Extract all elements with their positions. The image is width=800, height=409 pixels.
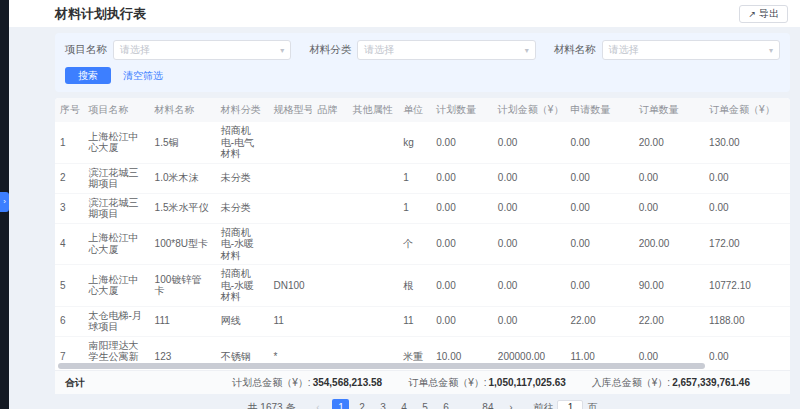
project-name-label: 项目名称	[65, 43, 107, 57]
table-cell: 0.00	[493, 193, 566, 223]
table-cell	[348, 122, 399, 163]
column-header: 品牌	[312, 98, 347, 122]
table-row: 3滨江花城三期项目1.5米水平仪未分类10.000.000.000.000.00	[55, 193, 790, 223]
table-cell: 0.00	[634, 163, 704, 193]
project-name-select[interactable]: 请选择 ▾	[113, 40, 291, 60]
page-button[interactable]: 1	[332, 399, 349, 409]
table-cell: 0.00	[634, 193, 704, 223]
page-button[interactable]: 2	[353, 399, 370, 409]
table-cell: kg	[398, 122, 431, 163]
table-cell	[348, 265, 399, 307]
material-category-placeholder: 请选择	[364, 43, 394, 57]
chevron-down-icon: ▾	[769, 46, 773, 55]
column-header: 申请数量	[565, 98, 633, 122]
table-cell: 1188.00	[704, 306, 790, 336]
table-cell: 22.00	[565, 306, 633, 336]
clear-filters-button[interactable]: 清空筛选	[123, 69, 163, 83]
table-cell: 0.00	[431, 306, 493, 336]
next-page-button[interactable]: ›	[502, 399, 519, 409]
table-cell: 0.00	[565, 163, 633, 193]
table-cell	[348, 193, 399, 223]
inbound-total-label: 入库总金额（¥）:	[592, 377, 670, 388]
materials-table: 序号项目名称材料名称材料分类规格型号品牌其他属性单位计划数量计划金额（¥）申请数…	[55, 98, 790, 362]
table-cell: 0.00	[634, 336, 704, 362]
column-header: 材料分类	[216, 98, 269, 122]
table-cell: 上海松江中心大厦	[84, 122, 150, 163]
page-list: 123456...84	[330, 399, 498, 409]
materials-table-card: 序号项目名称材料名称材料分类规格型号品牌其他属性单位计划数量计划金额（¥）申请数…	[55, 98, 790, 394]
filter-panel: 项目名称 请选择 ▾ 材料分类 请选择 ▾ 材料名称 请选	[55, 33, 790, 92]
table-row: 6太仓电梯-月球项目111网线11110.000.0022.0022.00118…	[55, 306, 790, 336]
page-button[interactable]: 5	[416, 399, 433, 409]
column-header: 订单金额（¥）	[704, 98, 790, 122]
table-cell: 172.00	[704, 223, 790, 265]
inbound-total: 入库总金额（¥）:2,657,339,761.46	[592, 376, 750, 390]
table-cell: DN100	[268, 265, 312, 307]
order-total: 订单总金额（¥）:1,050,117,025.63	[408, 376, 566, 390]
table-cell: 20.00	[634, 122, 704, 163]
page-title: 材料计划执行表	[55, 5, 146, 23]
table-cell: 7	[55, 336, 84, 362]
table-cell: 123	[150, 336, 216, 362]
table-cell: 22.00	[634, 306, 704, 336]
column-header: 项目名称	[84, 98, 150, 122]
search-button[interactable]: 搜索	[65, 67, 111, 84]
table-cell: 0.00	[493, 122, 566, 163]
filter-material-name: 材料名称 请选择 ▾	[554, 40, 780, 60]
page-button[interactable]: 3	[374, 399, 391, 409]
project-name-placeholder: 请选择	[120, 43, 150, 57]
table-cell: 90.00	[634, 265, 704, 307]
table-cell: 0.00	[565, 122, 633, 163]
table-body: 1上海松江中心大厦1.5铜招商机电-电气材料kg0.000.000.0020.0…	[55, 122, 790, 362]
order-total-label: 订单总金额（¥）:	[408, 377, 486, 388]
page-button[interactable]: 6	[437, 399, 454, 409]
column-header: 计划金额（¥）	[493, 98, 566, 122]
table-cell: 4	[55, 223, 84, 265]
table-row: 4上海松江中心大厦100*8U型卡招商机电-水暖材料个0.000.000.002…	[55, 223, 790, 265]
table-cell: 南阳理达大学生公寓新建	[84, 336, 150, 362]
column-header: 材料名称	[150, 98, 216, 122]
table-cell: 11	[398, 306, 431, 336]
chevron-down-icon: ▾	[280, 46, 284, 55]
inbound-total-value: 2,657,339,761.46	[672, 377, 750, 388]
table-cell	[312, 122, 347, 163]
table-cell: 招商机电-水暖材料	[216, 223, 269, 265]
table-cell: 10772.10	[704, 265, 790, 307]
table-scroll-area[interactable]: 序号项目名称材料名称材料分类规格型号品牌其他属性单位计划数量计划金额（¥）申请数…	[55, 98, 790, 362]
column-header: 其他属性	[348, 98, 399, 122]
page-button[interactable]: 84	[479, 399, 496, 409]
table-cell: 0.00	[565, 193, 633, 223]
table-cell: 上海松江中心大厦	[84, 265, 150, 307]
table-cell: 0.00	[431, 265, 493, 307]
table-cell: 0.00	[493, 306, 566, 336]
page-jump-input[interactable]	[557, 400, 583, 409]
table-cell	[348, 223, 399, 265]
planned-total: 计划总金额（¥）:354,568,213.58	[232, 376, 382, 390]
table-cell: 0.00	[704, 193, 790, 223]
planned-total-label: 计划总金额（¥）:	[232, 377, 310, 388]
table-cell	[312, 265, 347, 307]
scrollbar-thumb[interactable]	[58, 363, 705, 369]
table-cell: 0.00	[565, 223, 633, 265]
filter-project-name: 项目名称 请选择 ▾	[65, 40, 291, 60]
table-cell: 0.00	[493, 163, 566, 193]
material-category-select[interactable]: 请选择 ▾	[357, 40, 535, 60]
sidebar-expand-handle[interactable]: ›	[0, 192, 9, 212]
order-total-value: 1,050,117,025.63	[488, 377, 565, 388]
total-count: 共 1673 条	[248, 401, 296, 409]
table-cell	[268, 223, 312, 265]
page-ellipsis: ...	[458, 399, 475, 409]
table-cell	[348, 306, 399, 336]
table-cell: 根	[398, 265, 431, 307]
page-button[interactable]: 4	[395, 399, 412, 409]
prev-page-button[interactable]: ‹	[309, 399, 326, 409]
table-cell: 0.00	[493, 265, 566, 307]
horizontal-scrollbar[interactable]	[55, 362, 790, 370]
material-name-select[interactable]: 请选择 ▾	[602, 40, 780, 60]
table-row: 5上海松江中心大厦100镀锌管卡招商机电-水暖材料DN100根0.000.000…	[55, 265, 790, 307]
export-button[interactable]: ↗ 导出	[739, 5, 788, 23]
table-cell: 0.00	[704, 336, 790, 362]
table-cell: 100*8U型卡	[150, 223, 216, 265]
table-cell: 11	[268, 306, 312, 336]
table-cell: 3	[55, 193, 84, 223]
